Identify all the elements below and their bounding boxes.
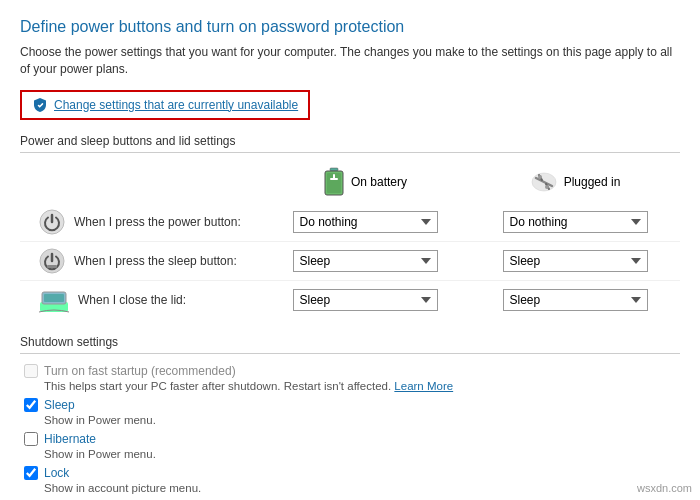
checkbox-fast_startup[interactable] xyxy=(24,364,38,378)
label-sleep: Sleep xyxy=(44,398,75,412)
label-fast_startup: Turn on fast startup (recommended) xyxy=(44,364,236,378)
learn-more-link-fast_startup[interactable]: Learn More xyxy=(394,380,453,392)
page-title: Define power buttons and turn on passwor… xyxy=(20,18,680,36)
plugged-in-icon xyxy=(530,171,558,193)
shutdown-item-sleep: SleepShow in Power menu. xyxy=(20,398,680,426)
row-label-1: When I press the sleep button: xyxy=(74,254,237,268)
power-button-icon xyxy=(38,208,66,236)
power-settings-table: On battery Plugged xyxy=(20,163,680,319)
desc-sleep: Show in Power menu. xyxy=(44,414,680,426)
lid-icon xyxy=(38,286,70,314)
svg-rect-13 xyxy=(47,265,57,268)
desc-hibernate: Show in Power menu. xyxy=(44,448,680,460)
change-settings-button[interactable]: Change settings that are currently unava… xyxy=(20,90,310,120)
plugged-dropdown-row-2[interactable]: Do nothingSleepHibernateShut down xyxy=(503,289,648,311)
power-section-label: Power and sleep buttons and lid settings xyxy=(20,134,680,153)
battery-dropdown-row-1[interactable]: Do nothingSleepHibernateShut down xyxy=(293,250,438,272)
svg-point-10 xyxy=(545,185,549,189)
battery-icon xyxy=(323,167,345,197)
row-label-0: When I press the power button: xyxy=(74,215,241,229)
shield-icon xyxy=(32,97,48,113)
shutdown-items-container: Turn on fast startup (recommended)This h… xyxy=(20,364,680,494)
svg-rect-16 xyxy=(44,294,64,302)
desc-fast_startup: This helps start your PC faster after sh… xyxy=(44,380,680,392)
svg-point-9 xyxy=(538,175,542,179)
shutdown-item-fast_startup: Turn on fast startup (recommended)This h… xyxy=(20,364,680,392)
plugged-dropdown-row-1[interactable]: Do nothingSleepHibernateShut down xyxy=(503,250,648,272)
change-settings-label: Change settings that are currently unava… xyxy=(54,98,298,112)
battery-dropdown-row-2[interactable]: Do nothingSleepHibernateShut down xyxy=(293,289,438,311)
on-battery-header: On battery xyxy=(351,175,407,189)
checkbox-sleep[interactable] xyxy=(24,398,38,412)
desc-lock: Show in account picture menu. xyxy=(44,482,680,494)
checkbox-hibernate[interactable] xyxy=(24,432,38,446)
shutdown-item-hibernate: HibernateShow in Power menu. xyxy=(20,432,680,460)
shutdown-item-lock: LockShow in account picture menu. xyxy=(20,466,680,494)
battery-dropdown-row-0[interactable]: Do nothingSleepHibernateShut down xyxy=(293,211,438,233)
page-description: Choose the power settings that you want … xyxy=(20,44,680,78)
row-label-2: When I close the lid: xyxy=(78,293,186,307)
checkbox-lock[interactable] xyxy=(24,466,38,480)
watermark: wsxdn.com xyxy=(637,482,692,494)
label-hibernate: Hibernate xyxy=(44,432,96,446)
plugged-in-header: Plugged in xyxy=(564,175,621,189)
plugged-dropdown-row-0[interactable]: Do nothingSleepHibernateShut down xyxy=(503,211,648,233)
sleep-button-icon xyxy=(38,247,66,275)
shutdown-section-label: Shutdown settings xyxy=(20,335,680,354)
label-lock: Lock xyxy=(44,466,69,480)
